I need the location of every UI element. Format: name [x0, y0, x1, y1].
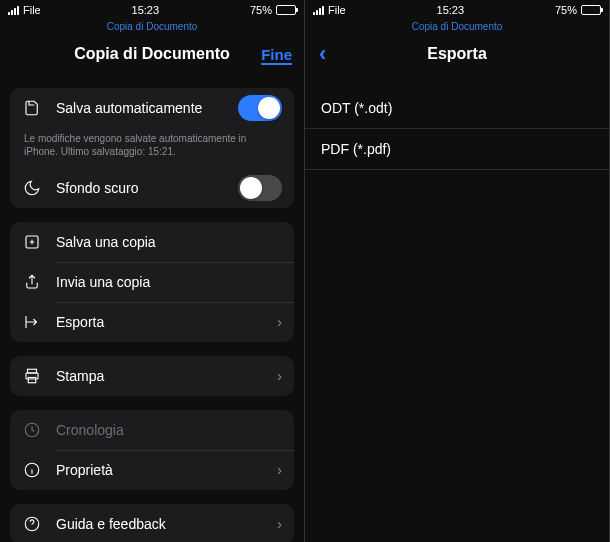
share-icon	[22, 272, 42, 292]
export-icon	[22, 312, 42, 332]
save-copy-label: Salva una copia	[56, 234, 282, 250]
format-pdf[interactable]: PDF (*.pdf)	[305, 129, 609, 170]
page-title: Esporta	[305, 45, 609, 63]
battery-icon	[276, 5, 296, 15]
navbar: ‹ Esporta	[305, 32, 609, 76]
autosave-toggle[interactable]	[238, 95, 282, 121]
save-icon	[22, 98, 42, 118]
info-icon	[22, 460, 42, 480]
battery-pct: 75%	[555, 4, 577, 16]
help-label: Guida e feedback	[56, 516, 263, 532]
breadcrumb: Copia di Documento	[305, 21, 609, 32]
back-button[interactable]: ‹	[317, 41, 326, 67]
save-copy-row[interactable]: Salva una copia	[10, 222, 294, 262]
breadcrumb: Copia di Documento	[0, 21, 304, 32]
signal-icon	[313, 6, 324, 15]
print-icon	[22, 366, 42, 386]
moon-icon	[22, 178, 42, 198]
format-odt[interactable]: ODT (*.odt)	[305, 88, 609, 129]
navbar: Copia di Documento Fine	[0, 32, 304, 76]
page-title: Copia di Documento	[0, 45, 304, 63]
history-icon	[22, 420, 42, 440]
battery-pct: 75%	[250, 4, 272, 16]
chevron-right-icon: ›	[277, 368, 282, 384]
properties-row[interactable]: Proprietà ›	[10, 450, 294, 490]
autosave-hint: Le modifiche vengono salvate automaticam…	[10, 128, 294, 168]
help-row[interactable]: Guida e feedback ›	[10, 504, 294, 542]
autosave-label: Salva automaticamente	[56, 100, 224, 116]
clock: 15:23	[437, 4, 465, 16]
help-icon	[22, 514, 42, 534]
chevron-right-icon: ›	[277, 314, 282, 330]
dark-bg-label: Sfondo scuro	[56, 180, 224, 196]
chevron-right-icon: ›	[277, 462, 282, 478]
history-row: Cronologia	[10, 410, 294, 450]
carrier-label: File	[23, 4, 41, 16]
autosave-row[interactable]: Salva automaticamente	[10, 88, 294, 128]
done-button[interactable]: Fine	[261, 46, 292, 63]
clock: 15:23	[132, 4, 160, 16]
print-label: Stampa	[56, 368, 263, 384]
export-label: Esporta	[56, 314, 263, 330]
properties-label: Proprietà	[56, 462, 263, 478]
send-copy-label: Invia una copia	[56, 274, 282, 290]
meta-group: Cronologia Proprietà ›	[10, 410, 294, 490]
autosave-group: Salva automaticamente Le modifiche vengo…	[10, 88, 294, 208]
export-pane: File 15:23 75% Copia di Documento ‹ Espo…	[305, 0, 610, 542]
status-bar: File 15:23 75%	[305, 3, 609, 17]
file-actions-group: Salva una copia Invia una copia Esporta …	[10, 222, 294, 342]
export-row[interactable]: Esporta ›	[10, 302, 294, 342]
plus-square-icon	[22, 232, 42, 252]
dark-bg-row[interactable]: Sfondo scuro	[10, 168, 294, 208]
history-label: Cronologia	[56, 422, 282, 438]
print-row[interactable]: Stampa ›	[10, 356, 294, 396]
settings-pane: File 15:23 75% Copia di Documento Copia …	[0, 0, 305, 542]
chevron-right-icon: ›	[277, 516, 282, 532]
carrier-label: File	[328, 4, 346, 16]
battery-icon	[581, 5, 601, 15]
status-bar: File 15:23 75%	[0, 3, 304, 17]
print-group: Stampa ›	[10, 356, 294, 396]
signal-icon	[8, 6, 19, 15]
help-group: Guida e feedback ›	[10, 504, 294, 542]
dark-bg-toggle[interactable]	[238, 175, 282, 201]
send-copy-row[interactable]: Invia una copia	[10, 262, 294, 302]
export-format-list: ODT (*.odt) PDF (*.pdf)	[305, 88, 609, 170]
svg-rect-3	[28, 378, 36, 383]
